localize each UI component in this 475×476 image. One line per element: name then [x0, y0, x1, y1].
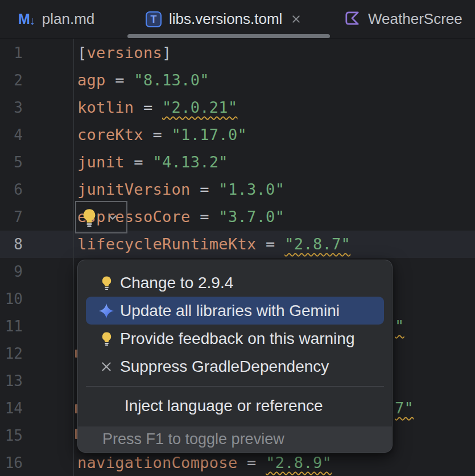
line-number: 3 — [0, 94, 23, 121]
intention-action-item[interactable]: Change to 2.9.4 — [86, 269, 384, 297]
chevron-down-icon — [105, 210, 120, 225]
code-line: coreKtx = "1.17.0" — [77, 121, 247, 149]
code-token: = — [106, 71, 134, 89]
lightbulb-icon — [79, 207, 100, 228]
line-number: 12 — [0, 340, 23, 367]
intention-action-item[interactable]: Suppress GradleDependency — [86, 352, 384, 380]
line-number: 10 — [0, 285, 23, 313]
popup-footer-hint: Press F1 to toggle preview — [78, 426, 392, 452]
gemini-sparkle-icon — [97, 302, 115, 319]
footer-hint-text: Press F1 to toggle preview — [102, 430, 284, 448]
code-line: junit = "4.13.2" — [77, 149, 228, 176]
code-token: "1.3.0" — [218, 180, 284, 198]
lightbulb-icon — [97, 331, 115, 346]
menu-divider — [86, 386, 384, 387]
tab-label: plan.md — [42, 10, 95, 28]
intention-action-item[interactable]: Update all libraries with Gemini — [86, 297, 384, 325]
code-line: agp = "8.13.0" — [77, 67, 209, 94]
intention-actions-popup: Change to 2.9.4Update all libraries with… — [77, 260, 393, 453]
line-number: 9 — [0, 258, 23, 285]
code-token: = — [257, 235, 285, 253]
code-token: coreKtx — [77, 126, 143, 143]
code-token: kotlin — [77, 99, 134, 116]
code-token: "1.17.0" — [172, 126, 247, 143]
close-icon[interactable] — [290, 13, 302, 25]
menu-item-label: Change to 2.9.4 — [120, 274, 233, 292]
gutter-separator — [73, 39, 74, 476]
code-token: agp — [77, 71, 106, 89]
line-number: 1 — [0, 39, 23, 67]
code-token: "4.13.2" — [152, 153, 228, 171]
code-token: "2.8.7" — [284, 235, 350, 253]
code-token: "2.0.21" — [162, 99, 237, 116]
tab-weatherscreen[interactable]: WeatherScree — [325, 0, 462, 38]
code-token: 7" — [395, 395, 414, 422]
code-line: kotlin = "2.0.21" — [77, 94, 237, 121]
intention-action-item[interactable]: Provide feedback on this warning — [86, 325, 384, 352]
line-number: 4 — [0, 121, 23, 149]
tab-label: libs.versions.toml — [169, 10, 282, 28]
code-token: junitVersion — [77, 180, 191, 198]
menu-item-label: Update all libraries with Gemini — [120, 302, 340, 320]
code-token: ] — [162, 44, 172, 61]
code-line: lifecycleRuntimeKtx = "2.8.7" — [77, 231, 350, 258]
line-number: 2 — [0, 67, 23, 94]
menu-item-label: Provide feedback on this warning — [120, 330, 354, 348]
active-tab-underline — [127, 34, 330, 38]
code-line: [versions] — [77, 39, 172, 67]
line-number: 11 — [0, 313, 23, 340]
line-number: 7 — [0, 203, 23, 231]
tab-plan-md[interactable]: M↓ plan.md — [0, 0, 94, 38]
menu-item-label: Suppress GradleDependency — [120, 358, 329, 376]
kotlin-icon — [344, 10, 361, 29]
code-token: "3.7.0" — [218, 208, 284, 225]
popup-menu: Change to 2.9.4Update all libraries with… — [78, 260, 392, 420]
code-token: " — [395, 313, 404, 340]
markdown-icon: M↓ — [18, 11, 35, 27]
ide-window: M↓ plan.md T libs.versions.toml WeatherS… — [0, 0, 475, 476]
code-token: lifecycleRuntimeKtx — [77, 235, 257, 253]
code-line: junitVersion = "1.3.0" — [77, 176, 284, 203]
tab-libs-versions-toml[interactable]: T libs.versions.toml — [127, 0, 330, 38]
line-number: 13 — [0, 367, 23, 395]
line-number: 16 — [0, 449, 23, 476]
lightbulb-icon — [97, 275, 115, 290]
line-number: 14 — [0, 395, 23, 422]
code-token: = — [237, 454, 266, 471]
code-token: "2.8.9" — [266, 454, 332, 471]
code-token: = — [191, 180, 219, 198]
menu-item-label: Inject language or reference — [125, 397, 323, 415]
line-number: 8 — [0, 231, 23, 258]
line-number: 6 — [0, 176, 23, 203]
code-token: = — [143, 126, 172, 143]
code-line: navigationCompose = "2.8.9" — [77, 449, 332, 476]
line-number: 5 — [0, 149, 23, 176]
code-token: versions — [87, 44, 162, 61]
line-number: 15 — [0, 422, 23, 449]
intention-action-item[interactable]: Inject language or reference — [86, 392, 384, 420]
code-token: = — [125, 153, 153, 171]
intention-bulb-widget[interactable] — [75, 201, 127, 233]
toml-icon: T — [146, 11, 162, 27]
code-token: junit — [77, 153, 125, 171]
close-icon — [97, 360, 115, 373]
code-token: "8.13.0" — [134, 71, 209, 89]
tab-label: WeatherScree — [368, 10, 462, 28]
code-token: = — [134, 99, 162, 116]
editor-tabs-bar: M↓ plan.md T libs.versions.toml WeatherS… — [0, 0, 475, 39]
code-token: navigationCompose — [77, 454, 237, 471]
code-token: = — [191, 208, 219, 225]
code-token: [ — [77, 44, 87, 61]
